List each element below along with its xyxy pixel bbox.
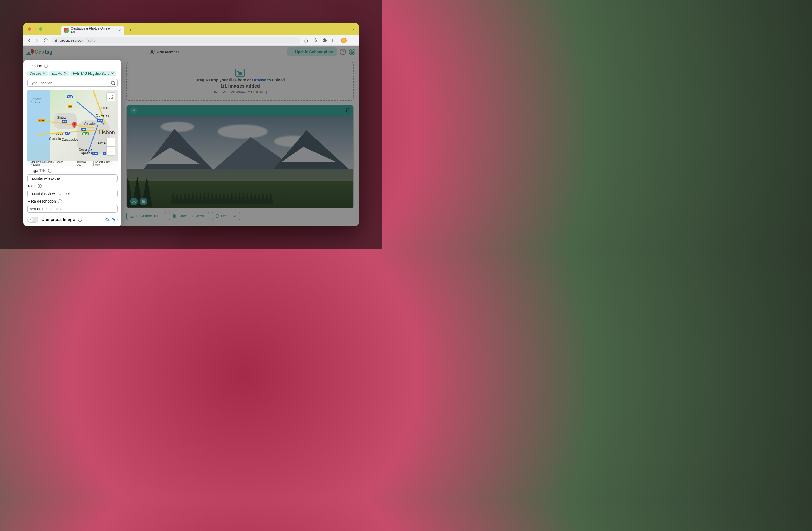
map-label: Loures bbox=[98, 106, 108, 110]
map-label: Cascais bbox=[49, 137, 61, 141]
image-title-label: Image Title bbox=[27, 168, 46, 173]
svg-point-14 bbox=[74, 123, 75, 125]
app-body: Geotag Add Member ♦ ♦ Update Subscriptio… bbox=[24, 46, 359, 226]
editor-side-panel: Location i Cospire✕ Eat Me✕ FREITAG Flag… bbox=[24, 60, 121, 226]
window-controls bbox=[26, 23, 45, 35]
close-window-icon[interactable] bbox=[28, 27, 31, 31]
tab-favicon-icon bbox=[64, 28, 69, 33]
info-icon[interactable]: i bbox=[78, 218, 82, 222]
info-icon[interactable]: i bbox=[58, 199, 62, 203]
map-label: Sintra bbox=[57, 116, 66, 120]
svg-point-4 bbox=[353, 39, 353, 39]
map-label: Odivelas bbox=[96, 113, 109, 117]
road-shield: IC15 bbox=[83, 132, 89, 136]
svg-point-6 bbox=[353, 41, 353, 42]
map-terms-link[interactable]: Terms of Use bbox=[75, 160, 91, 166]
location-label-row: Location i bbox=[27, 64, 118, 68]
url-bar[interactable]: geotagseo.com/editor bbox=[51, 37, 300, 44]
svg-point-5 bbox=[353, 40, 353, 40]
forward-icon[interactable] bbox=[34, 38, 40, 43]
tags-label: Tags bbox=[27, 184, 36, 188]
minimize-window-icon[interactable] bbox=[33, 27, 37, 31]
tags-input[interactable] bbox=[27, 190, 118, 197]
lock-icon bbox=[54, 39, 57, 42]
road-shield: A5 bbox=[65, 131, 70, 135]
back-icon[interactable] bbox=[26, 38, 32, 43]
road-shield: N247 bbox=[38, 119, 45, 122]
menu-dots-icon[interactable] bbox=[350, 38, 356, 43]
map[interactable]: Oceano Atlântico Sintra Loures Odivelas … bbox=[27, 90, 118, 166]
road-shield: A21 bbox=[67, 95, 73, 98]
location-chip[interactable]: Eat Me✕ bbox=[49, 71, 69, 76]
crown-icon: ♦ bbox=[102, 218, 104, 221]
map-label: Carcavelos bbox=[61, 138, 78, 142]
browser-window: Geotagging Photos Online | Ad ✕ + geotag… bbox=[24, 23, 359, 226]
new-tab-button[interactable]: + bbox=[127, 26, 134, 34]
compress-label: Compress Image bbox=[41, 217, 75, 222]
location-input[interactable] bbox=[27, 79, 118, 87]
chip-remove-icon[interactable]: ✕ bbox=[43, 72, 45, 75]
svg-marker-1 bbox=[314, 39, 317, 42]
location-chip[interactable]: FREITAG Flagship Store✕ bbox=[71, 71, 116, 76]
svg-rect-2 bbox=[333, 39, 336, 42]
url-host: geotagseo.com bbox=[60, 38, 84, 42]
map-label: Costa da Caparica bbox=[79, 148, 92, 155]
map-report-link[interactable]: Report a map error bbox=[93, 160, 116, 166]
extensions-icon[interactable] bbox=[322, 38, 328, 43]
info-icon[interactable]: i bbox=[48, 169, 52, 172]
go-pro-link[interactable]: ♦Go Pro bbox=[102, 218, 118, 222]
sidepanel-icon[interactable] bbox=[332, 38, 337, 43]
svg-line-13 bbox=[114, 84, 115, 85]
map-label: Estoril bbox=[54, 132, 63, 136]
map-zoom-out-button[interactable]: − bbox=[106, 146, 115, 155]
compress-toggle[interactable]: ✕ bbox=[27, 216, 39, 223]
road-shield: N9 bbox=[68, 105, 72, 108]
map-pin-icon bbox=[71, 120, 77, 126]
info-icon[interactable]: i bbox=[44, 64, 48, 68]
map-zoom-in-button[interactable]: + bbox=[106, 138, 115, 146]
map-label: Lisbon bbox=[99, 129, 115, 136]
map-attribution: Map Data ©2022 Inst. Geogr. Nacional Ter… bbox=[27, 161, 118, 166]
browser-tab[interactable]: Geotagging Photos Online | Ad ✕ bbox=[61, 26, 124, 35]
image-title-input[interactable] bbox=[27, 174, 118, 182]
bookmark-star-icon[interactable] bbox=[313, 38, 318, 43]
share-icon[interactable] bbox=[303, 38, 309, 43]
svg-point-12 bbox=[111, 81, 115, 84]
map-fullscreen-button[interactable] bbox=[106, 92, 115, 101]
meta-input[interactable] bbox=[27, 205, 118, 213]
map-label: Oceano Atlântico bbox=[31, 97, 42, 104]
info-icon[interactable]: i bbox=[38, 184, 42, 188]
tab-close-icon[interactable]: ✕ bbox=[118, 28, 121, 33]
chip-remove-icon[interactable]: ✕ bbox=[111, 72, 114, 75]
meta-label: Meta description bbox=[27, 199, 56, 204]
chip-remove-icon[interactable]: ✕ bbox=[64, 72, 67, 75]
search-icon[interactable] bbox=[110, 80, 116, 87]
tab-title: Geotagging Photos Online | Ad bbox=[71, 27, 116, 34]
browser-toolbar: geotagseo.com/editor bbox=[24, 35, 359, 46]
road-shield: A33 bbox=[92, 152, 98, 155]
url-path: /editor bbox=[87, 38, 97, 42]
profile-avatar-icon[interactable] bbox=[341, 38, 347, 43]
maximize-window-icon[interactable] bbox=[39, 27, 42, 31]
road-shield: A36 bbox=[97, 119, 102, 122]
road-shield: A16 bbox=[61, 120, 68, 123]
tab-strip: Geotagging Photos Online | Ad ✕ + bbox=[24, 23, 359, 35]
location-chips: Cospire✕ Eat Me✕ FREITAG Flagship Store✕ bbox=[27, 71, 118, 76]
road-shield: A9 bbox=[81, 128, 86, 131]
map-label: Amadora bbox=[84, 122, 98, 126]
location-chip[interactable]: Cospire✕ bbox=[27, 71, 48, 76]
tab-overflow-icon[interactable] bbox=[351, 28, 355, 33]
reload-icon[interactable] bbox=[43, 38, 48, 43]
location-label: Location bbox=[27, 64, 42, 68]
